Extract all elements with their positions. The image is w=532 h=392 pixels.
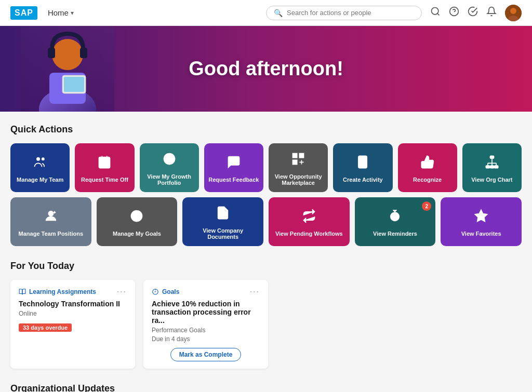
goals-card: Goals ··· Achieve 10% reduction in trans… [143,280,268,369]
svg-rect-24 [293,154,297,158]
svg-rect-26 [293,160,297,164]
goals-tag-icon [152,288,159,295]
learning-card-subtitle: Online [19,310,127,317]
sap-logo-text[interactable]: SAP [10,6,37,20]
goals-card-more-button[interactable]: ··· [250,287,260,296]
view-favorites-button[interactable]: View Favorites [441,197,522,246]
main-content: Quick Actions Manage My Team Request Tim… [0,112,532,392]
goals-tag: Goals [152,288,179,295]
positions-icon [44,209,58,226]
svg-point-0 [432,8,438,15]
manage-my-team-button[interactable]: Manage My Team [10,143,70,192]
check-circle-icon[interactable] [468,6,478,19]
svg-rect-27 [358,156,367,168]
view-favorites-label: View Favorites [461,231,501,237]
request-time-off-label: Request Time Off [81,177,128,183]
marketplace-icon [291,152,305,169]
learning-card-title: Technology Transformation II [19,300,127,308]
workflows-icon [302,209,316,226]
hero-greeting: Good afternoon! [189,58,343,80]
quick-actions-title: Quick Actions [10,124,522,135]
search-input[interactable] [287,9,414,17]
manage-team-positions-button[interactable]: Manage Team Positions [10,197,91,246]
people-icon [33,155,47,172]
sap-logo[interactable]: SAP [10,6,37,20]
overdue-badge: 33 days overdue [19,323,72,332]
svg-rect-33 [486,166,489,168]
mark-as-complete-button[interactable]: Mark as Complete [170,348,242,361]
goals-icon [129,209,144,226]
create-activity-icon [355,155,370,172]
svg-point-41 [48,211,53,216]
chart-growth-icon [162,152,177,169]
for-you-cards-row: Learning Assignments ··· Technology Tran… [10,280,522,369]
request-feedback-label: Request Feedback [208,177,259,183]
svg-rect-11 [80,48,87,58]
view-org-chart-label: View Org Chart [471,177,512,183]
view-growth-portfolio-label: View My Growth Portfolio [144,173,195,186]
chat-icon [227,155,241,172]
svg-point-14 [36,157,40,161]
view-opportunity-marketplace-label: View Opportunity Marketplace [273,173,324,186]
reminders-icon [388,209,402,226]
quick-actions-row1: Manage My Team Request Time Off View My … [10,143,522,192]
app-header: SAP Home ▾ 🔍 [0,0,532,26]
svg-point-20 [103,163,106,165]
nav-chevron-icon: ▾ [71,9,74,17]
goals-card-title: Achieve 10% reduction in transaction pro… [152,300,260,325]
svg-line-1 [437,13,440,16]
learning-tag-icon [19,288,26,295]
manage-my-goals-button[interactable]: Manage My Goals [97,197,178,246]
for-you-today-section: For You Today Learning Assignments ··· T… [10,261,522,369]
request-time-off-button[interactable]: Request Time Off [75,143,134,192]
create-activity-button[interactable]: Create Activity [333,143,392,192]
avatar[interactable] [505,5,522,21]
help-icon[interactable] [449,6,459,19]
learning-assignments-card: Learning Assignments ··· Technology Tran… [10,280,135,369]
org-updates-section: Organizational Updates [10,383,522,392]
favorites-icon [474,209,488,226]
view-growth-portfolio-button[interactable]: View My Growth Portfolio [140,143,199,192]
view-reminders-label: View Reminders [373,231,417,237]
view-opportunity-marketplace-button[interactable]: View Opportunity Marketplace [269,143,328,192]
svg-point-15 [42,157,45,160]
for-you-today-title: For You Today [10,261,522,272]
manage-team-positions-label: Manage Team Positions [19,231,84,237]
svg-rect-32 [490,156,494,158]
learning-card-more-button[interactable]: ··· [117,287,127,296]
svg-rect-35 [495,166,498,168]
quick-actions-row2: Manage Team Positions Manage My Goals Vi… [10,197,522,246]
thumbup-icon [420,155,435,172]
goals-tag-label: Goals [162,288,179,295]
hero-banner: Good afternoon! [0,26,532,112]
goals-card-meta2: Due in 4 days [152,335,260,343]
create-activity-label: Create Activity [343,177,383,183]
learning-tag: Learning Assignments [19,288,96,295]
svg-rect-34 [490,166,494,168]
svg-point-5 [510,8,516,14]
learning-card-header: Learning Assignments ··· [19,287,127,296]
manage-my-goals-label: Manage My Goals [113,231,161,237]
svg-rect-25 [299,154,303,158]
home-nav[interactable]: Home ▾ [48,8,74,17]
quick-actions-section: Quick Actions Manage My Team Request Tim… [10,124,522,246]
search-button-icon[interactable] [430,6,441,19]
header-icons [430,5,522,21]
view-reminders-button[interactable]: 2 View Reminders [355,197,436,246]
goals-card-header: Goals ··· [152,287,260,296]
search-icon: 🔍 [274,9,283,17]
view-company-documents-button[interactable]: View Company Documents [182,197,263,246]
nav-home-label: Home [48,8,69,17]
documents-icon [216,206,230,223]
svg-point-8 [52,39,83,70]
goals-card-meta1: Performance Goals [152,327,260,334]
reminders-badge: 2 [422,201,431,211]
bell-icon[interactable] [486,6,497,19]
recognize-button[interactable]: Recognize [398,143,457,192]
request-feedback-button[interactable]: Request Feedback [204,143,263,192]
search-bar[interactable]: 🔍 [266,6,422,20]
view-pending-workflows-button[interactable]: View Pending Workflows [269,197,350,246]
view-org-chart-button[interactable]: View Org Chart [462,143,522,192]
calendar-icon [97,155,112,172]
recognize-label: Recognize [413,177,442,183]
